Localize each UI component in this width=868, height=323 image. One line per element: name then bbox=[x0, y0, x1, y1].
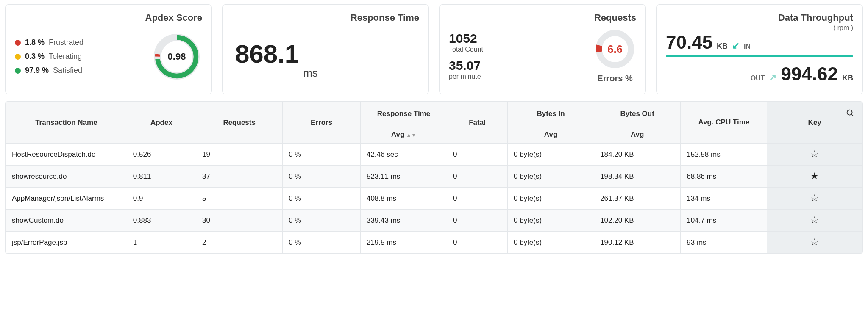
apdex-value: 0.98 bbox=[151, 31, 202, 82]
cell-rt-avg: 42.46 sec bbox=[360, 144, 447, 166]
legend-pct: 1.8 % bbox=[25, 38, 45, 47]
errors-donut: 6.6 bbox=[594, 28, 636, 70]
cell-errors: 0 % bbox=[283, 166, 361, 188]
cell-rt-avg: 339.43 ms bbox=[360, 210, 447, 232]
cell-errors: 0 % bbox=[283, 210, 361, 232]
throughput-card: Data Throughput ( rpm ) 70.45 KB ↙ IN OU… bbox=[656, 4, 863, 94]
cell-bytes-out: 190.12 KB bbox=[594, 232, 681, 254]
cell-apdex: 0.883 bbox=[127, 210, 196, 232]
legend-frustrated: 1.8 % Frustrated bbox=[15, 38, 83, 47]
cell-rt-avg: 523.11 ms bbox=[360, 166, 447, 188]
th-bytes-in[interactable]: Bytes In bbox=[507, 102, 594, 126]
requests-rate-value: 35.07 bbox=[449, 58, 483, 73]
requests-total-value: 1052 bbox=[449, 31, 483, 46]
cell-bytes-out: 261.37 KB bbox=[594, 188, 681, 210]
cell-rt-avg: 408.8 ms bbox=[360, 188, 447, 210]
apdex-donut: 0.98 bbox=[151, 31, 202, 82]
legend-label: Satisfied bbox=[53, 66, 82, 75]
throughput-in-label: IN bbox=[744, 43, 751, 50]
star-icon[interactable]: ★ bbox=[810, 171, 819, 181]
response-time-card: Response Time 868.1 ms bbox=[222, 4, 429, 94]
requests-card: Requests 1052 Total Count 35.07 per minu… bbox=[439, 4, 646, 94]
cell-bytes-in: 0 byte(s) bbox=[507, 210, 594, 232]
errors-value: 6.6 bbox=[594, 28, 636, 70]
star-icon[interactable]: ☆ bbox=[810, 193, 819, 203]
table-row[interactable]: HostResourceDispatch.do0.526190 %42.46 s… bbox=[6, 144, 862, 166]
errors-label: Errors % bbox=[594, 74, 636, 83]
cell-fatal: 0 bbox=[447, 144, 508, 166]
response-time-value: 868.1 bbox=[235, 39, 299, 69]
cell-key: ☆ bbox=[767, 144, 862, 166]
cell-transaction-name: showCustom.do bbox=[6, 210, 127, 232]
cell-key: ☆ bbox=[767, 210, 862, 232]
cell-key: ☆ bbox=[767, 232, 862, 254]
throughput-subtitle: ( rpm ) bbox=[666, 24, 853, 32]
th-errors[interactable]: Errors bbox=[283, 102, 361, 144]
legend-tolerating: 0.3 % Tolerating bbox=[15, 52, 83, 61]
th-response-time-avg[interactable]: Avg▲▼ bbox=[360, 126, 447, 144]
search-button[interactable] bbox=[843, 106, 857, 120]
cell-cpu: 93 ms bbox=[681, 232, 767, 254]
cell-apdex: 0.526 bbox=[127, 144, 196, 166]
cell-requests: 5 bbox=[196, 188, 283, 210]
table-row[interactable]: AppManager/json/ListAlarms0.950 %408.8 m… bbox=[6, 188, 862, 210]
th-avg-cpu[interactable]: Avg. CPU Time bbox=[681, 102, 767, 144]
search-icon bbox=[846, 108, 855, 118]
requests-stats: 1052 Total Count 35.07 per minute bbox=[449, 31, 483, 80]
star-icon[interactable]: ☆ bbox=[810, 215, 819, 225]
throughput-title: Data Throughput bbox=[666, 12, 853, 23]
apdex-legend: 1.8 % Frustrated 0.3 % Tolerating 97.9 %… bbox=[15, 38, 83, 75]
cell-errors: 0 % bbox=[283, 188, 361, 210]
star-icon[interactable]: ☆ bbox=[810, 237, 819, 247]
cell-requests: 37 bbox=[196, 166, 283, 188]
cell-transaction-name: AppManager/json/ListAlarms bbox=[6, 188, 127, 210]
cell-bytes-out: 102.20 KB bbox=[594, 210, 681, 232]
dot-icon bbox=[15, 40, 21, 46]
requests-rate-label: per minute bbox=[449, 73, 483, 80]
th-bytes-in-avg[interactable]: Avg bbox=[507, 126, 594, 144]
legend-label: Tolerating bbox=[49, 52, 82, 61]
cell-apdex: 1 bbox=[127, 232, 196, 254]
requests-title: Requests bbox=[449, 12, 636, 23]
cell-apdex: 0.9 bbox=[127, 188, 196, 210]
th-bytes-out-avg[interactable]: Avg bbox=[594, 126, 681, 144]
cell-apdex: 0.811 bbox=[127, 166, 196, 188]
cell-bytes-out: 184.20 KB bbox=[594, 144, 681, 166]
cell-errors: 0 % bbox=[283, 232, 361, 254]
throughput-out-value: 994.62 bbox=[781, 63, 838, 85]
cell-key: ☆ bbox=[767, 188, 862, 210]
cell-transaction-name: jsp/ErrorPage.jsp bbox=[6, 232, 127, 254]
cell-errors: 0 % bbox=[283, 144, 361, 166]
dot-icon bbox=[15, 68, 21, 74]
th-apdex[interactable]: Apdex bbox=[127, 102, 196, 144]
throughput-out-label: OUT bbox=[751, 75, 765, 82]
table-row[interactable]: jsp/ErrorPage.jsp120 %219.5 ms00 byte(s)… bbox=[6, 232, 862, 254]
cell-cpu: 152.58 ms bbox=[681, 144, 767, 166]
cell-fatal: 0 bbox=[447, 232, 508, 254]
cell-bytes-in: 0 byte(s) bbox=[507, 188, 594, 210]
table-row[interactable]: showCustom.do0.883300 %339.43 ms00 byte(… bbox=[6, 210, 862, 232]
cell-bytes-in: 0 byte(s) bbox=[507, 166, 594, 188]
response-time-title: Response Time bbox=[232, 12, 419, 23]
th-transaction-name[interactable]: Transaction Name bbox=[6, 102, 127, 144]
throughput-in-value: 70.45 bbox=[666, 32, 712, 53]
cell-bytes-out: 198.34 KB bbox=[594, 166, 681, 188]
cell-transaction-name: showresource.do bbox=[6, 166, 127, 188]
throughput-divider bbox=[666, 55, 853, 57]
th-fatal[interactable]: Fatal bbox=[447, 102, 508, 144]
star-icon[interactable]: ☆ bbox=[810, 149, 819, 159]
cell-requests: 30 bbox=[196, 210, 283, 232]
table-row[interactable]: showresource.do0.811370 %523.11 ms00 byt… bbox=[6, 166, 862, 188]
response-time-unit: ms bbox=[303, 66, 318, 80]
apdex-card: Apdex Score 1.8 % Frustrated 0.3 % Toler… bbox=[5, 4, 212, 94]
cell-cpu: 68.86 ms bbox=[681, 166, 767, 188]
cell-requests: 19 bbox=[196, 144, 283, 166]
sort-icon: ▲▼ bbox=[406, 132, 416, 138]
th-requests[interactable]: Requests bbox=[196, 102, 283, 144]
cell-bytes-in: 0 byte(s) bbox=[507, 232, 594, 254]
th-response-time[interactable]: Response Time bbox=[360, 102, 447, 126]
svg-point-5 bbox=[847, 110, 852, 115]
cell-fatal: 0 bbox=[447, 188, 508, 210]
cell-bytes-in: 0 byte(s) bbox=[507, 144, 594, 166]
th-bytes-out[interactable]: Bytes Out bbox=[594, 102, 681, 126]
